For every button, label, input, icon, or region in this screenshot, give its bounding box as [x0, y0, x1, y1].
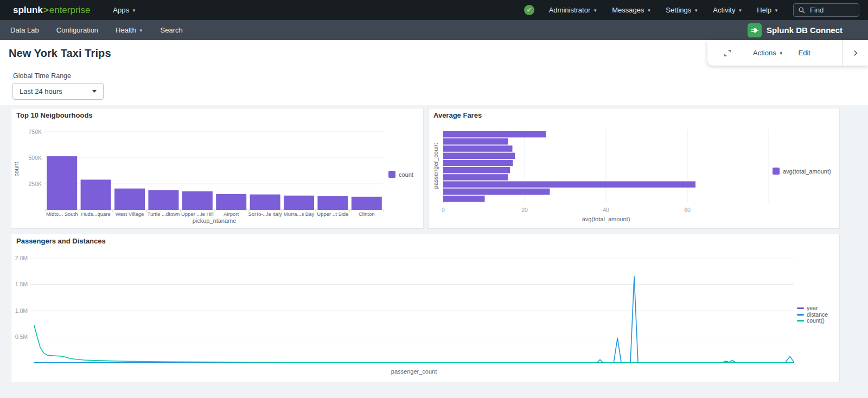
legend-label: count — [399, 171, 413, 178]
edit-button[interactable]: Edit — [799, 49, 810, 57]
fullscreen-expand-icon[interactable] — [723, 48, 732, 58]
bar-0[interactable] — [47, 156, 77, 210]
time-range-value: Last 24 hours — [20, 87, 62, 95]
app-brand[interactable]: Splunk DB Connect — [748, 23, 843, 37]
svg-text:20: 20 — [521, 207, 528, 213]
logo-enterprise-text: enterprise — [49, 5, 91, 16]
actions-menu[interactable]: Actions ▼ — [753, 49, 783, 57]
chevron-right-icon — [852, 49, 859, 57]
panel-passengers-distances: Passengers and Distances 0.5M1.0M1.5M2.0… — [11, 234, 840, 382]
legend: year distance count() — [797, 305, 828, 324]
top-nav: splunk>enterprise Apps ▼ ✓ Administrator… — [0, 0, 868, 20]
find-input[interactable] — [809, 5, 847, 15]
svg-text:1.0M: 1.0M — [15, 307, 28, 314]
bar-9[interactable] — [352, 197, 382, 210]
passengers-distances-line-chart: 0.5M1.0M1.5M2.0Mpassenger_count — [11, 234, 839, 382]
chevron-down-icon: ▼ — [139, 29, 143, 33]
nav-health-label: Health — [116, 26, 136, 34]
legend-label: avg(total_amount) — [783, 168, 831, 175]
db-connect-plug-icon — [748, 23, 762, 37]
screen: splunk>enterprise Apps ▼ ✓ Administrator… — [0, 0, 868, 398]
legend-swatch — [797, 314, 804, 316]
bar-8[interactable] — [317, 196, 348, 210]
panel-title: Passengers and Distances — [16, 237, 106, 245]
chevron-down-icon: ▼ — [694, 9, 698, 13]
bar-3[interactable] — [148, 190, 178, 210]
activity-menu-label: Activity — [713, 6, 735, 14]
dashboard-body: Top 10 Neigbourhoods 250K500K750KMidto..… — [0, 105, 868, 398]
nav-search-label: Search — [161, 26, 183, 34]
nav-data-lab-label: Data Lab — [10, 26, 39, 34]
hbar-8[interactable] — [443, 189, 550, 195]
actions-menu-label: Actions — [753, 49, 776, 57]
nav-search[interactable]: Search — [161, 26, 183, 34]
legend-swatch — [773, 168, 780, 175]
legend-swatch — [388, 171, 395, 178]
bar-2[interactable] — [114, 189, 145, 210]
bar-5[interactable] — [216, 194, 246, 210]
top-nav-right: ✓ Administrator ▼ Messages ▼ Settings ▼ … — [524, 3, 859, 17]
svg-text:passenger_count: passenger_count — [391, 368, 437, 375]
hbar-6[interactable] — [443, 174, 508, 180]
bar-1[interactable] — [81, 179, 111, 210]
legend-label: year — [807, 305, 818, 312]
svg-text:Turtle ...dtown: Turtle ...dtown — [147, 211, 180, 217]
bar-6[interactable] — [250, 195, 280, 210]
find-search[interactable] — [793, 3, 859, 17]
svg-text:1.5M: 1.5M — [15, 281, 28, 287]
toolbar-next-button[interactable] — [843, 40, 868, 66]
legend: avg(total_amount) — [773, 168, 831, 175]
messages-menu[interactable]: Messages ▼ — [612, 6, 651, 14]
apps-menu-label: Apps — [113, 6, 129, 14]
line-series-count — [34, 325, 794, 363]
nav-health[interactable]: Health ▼ — [116, 26, 143, 34]
svg-text:Clinton: Clinton — [359, 211, 375, 217]
app-nav: Data Lab Configuration Health ▼ Search S… — [0, 20, 868, 40]
hbar-2[interactable] — [443, 145, 513, 151]
nav-data-lab[interactable]: Data Lab — [10, 26, 39, 34]
time-range-dropdown[interactable]: Last 24 hours — [12, 83, 104, 100]
hbar-4[interactable] — [443, 160, 513, 166]
splunk-logo[interactable]: splunk>enterprise — [13, 5, 90, 16]
panel-average-fares: Average Fares 0204060avg(total_amount)pa… — [428, 108, 840, 229]
chevron-down-icon — [92, 90, 97, 93]
bar-7[interactable] — [284, 196, 314, 210]
svg-text:Murra...s Bay: Murra...s Bay — [284, 211, 315, 217]
hbar-5[interactable] — [443, 167, 510, 173]
hbar-0[interactable] — [443, 131, 546, 137]
legend: count — [388, 171, 413, 178]
logo-splunk-text: splunk — [13, 5, 43, 16]
chevron-down-icon: ▼ — [774, 9, 778, 13]
hbar-9[interactable] — [443, 196, 485, 202]
apps-menu[interactable]: Apps ▼ — [113, 6, 136, 14]
hbar-7[interactable] — [443, 181, 695, 187]
svg-text:750K: 750K — [28, 129, 42, 135]
legend-swatch — [797, 320, 804, 322]
chevron-down-icon: ▼ — [647, 9, 651, 13]
panel-title: Average Fares — [433, 111, 482, 119]
svg-text:0.5M: 0.5M — [15, 333, 28, 340]
health-check-icon[interactable]: ✓ — [524, 5, 534, 15]
dashboard-toolbar: Actions ▼ Edit — [707, 40, 868, 66]
search-icon — [798, 7, 806, 14]
activity-menu[interactable]: Activity ▼ — [713, 6, 742, 14]
hbar-1[interactable] — [443, 138, 508, 144]
chevron-down-icon: ▼ — [738, 9, 742, 13]
svg-text:Huds...quare: Huds...quare — [81, 211, 110, 217]
bar-4[interactable] — [182, 191, 213, 210]
hbar-3[interactable] — [443, 153, 515, 159]
settings-menu[interactable]: Settings ▼ — [666, 6, 698, 14]
administrator-menu[interactable]: Administrator ▼ — [549, 6, 598, 14]
chevron-down-icon: ▼ — [132, 9, 136, 13]
help-menu[interactable]: Help ▼ — [757, 6, 778, 14]
svg-text:Upper ...ie Hill: Upper ...ie Hill — [181, 211, 214, 217]
app-name: Splunk DB Connect — [767, 25, 843, 35]
legend-item-year: year — [797, 305, 828, 312]
svg-text:Upper ..t Side: Upper ..t Side — [317, 211, 348, 217]
svg-text:2.0M: 2.0M — [15, 255, 28, 261]
legend-swatch — [797, 307, 804, 309]
help-menu-label: Help — [757, 6, 771, 14]
svg-text:SoHo-...le Italy: SoHo-...le Italy — [248, 211, 282, 217]
nav-configuration[interactable]: Configuration — [56, 26, 98, 34]
svg-text:60: 60 — [684, 207, 691, 213]
